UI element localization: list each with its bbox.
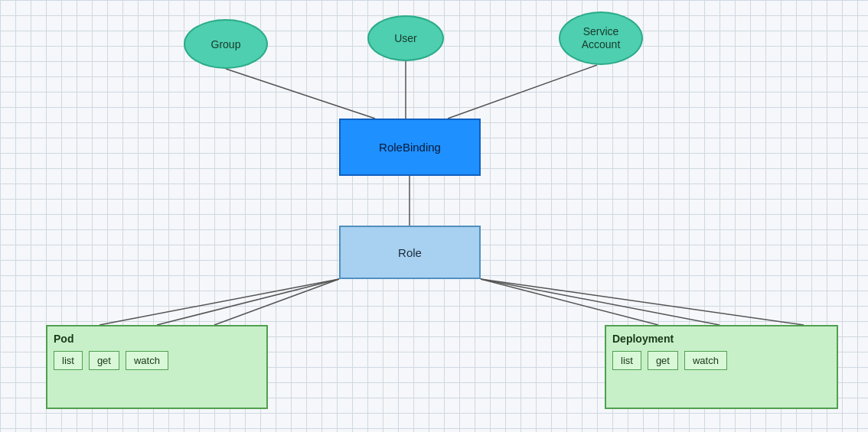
svg-line-2 bbox=[448, 65, 597, 119]
svg-line-4 bbox=[157, 279, 339, 325]
pod-resource-box: Pod list get watch bbox=[46, 325, 268, 409]
pod-action-list: list bbox=[54, 351, 83, 370]
svg-line-5 bbox=[100, 279, 339, 325]
deployment-action-list: list bbox=[612, 351, 641, 370]
svg-line-7 bbox=[481, 279, 720, 325]
role-node: Role bbox=[339, 226, 481, 279]
group-node: Group bbox=[184, 19, 268, 69]
svg-line-8 bbox=[481, 279, 658, 325]
serviceaccount-node: ServiceAccount bbox=[559, 11, 643, 65]
deployment-resource-box: Deployment list get watch bbox=[605, 325, 838, 409]
pod-actions: list get watch bbox=[54, 351, 260, 370]
deployment-action-get: get bbox=[648, 351, 678, 370]
deployment-action-watch: watch bbox=[684, 351, 727, 370]
diagram-canvas: Group User ServiceAccount RoleBinding Ro… bbox=[0, 0, 868, 432]
user-node: User bbox=[367, 15, 444, 61]
pod-action-watch: watch bbox=[126, 351, 168, 370]
svg-line-0 bbox=[226, 69, 375, 119]
pod-action-get: get bbox=[89, 351, 119, 370]
pod-title: Pod bbox=[54, 333, 260, 345]
svg-line-9 bbox=[481, 279, 804, 325]
rolebinding-node: RoleBinding bbox=[339, 119, 481, 176]
svg-line-6 bbox=[214, 279, 339, 325]
deployment-title: Deployment bbox=[612, 333, 830, 345]
deployment-actions: list get watch bbox=[612, 351, 830, 370]
